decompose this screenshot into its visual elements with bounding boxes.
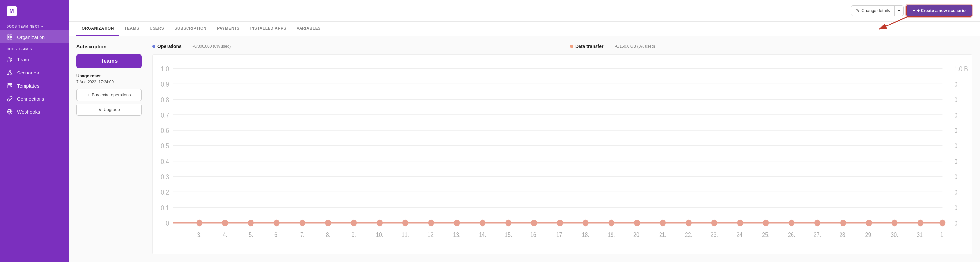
svg-text:0: 0 [954, 127, 958, 135]
svg-point-4 [8, 57, 10, 59]
tab-installed-apps[interactable]: INSTALLED APPS [245, 22, 291, 36]
svg-text:0.1: 0.1 [161, 204, 169, 212]
topbar: ✎ Change details ▾ + + Create a new scen… [68, 0, 980, 22]
dropdown-arrow-icon[interactable]: ▾ [895, 6, 903, 16]
svg-point-77 [840, 219, 846, 227]
organization-icon [6, 33, 13, 40]
chart-svg: 1.0 0.9 0.8 0.7 0.6 0.5 0.4 0.3 0.2 0.1 … [153, 57, 972, 254]
svg-text:0.8: 0.8 [161, 96, 169, 103]
connections-icon [6, 95, 13, 102]
sidebar-item-scenarios[interactable]: Scenarios [0, 66, 68, 79]
svg-text:10.: 10. [376, 231, 383, 238]
svg-text:14.: 14. [479, 231, 486, 238]
sidebar-item-organization[interactable]: Organization [0, 30, 68, 43]
create-new-scenario-button[interactable]: + + Create a new scenario [906, 5, 972, 17]
svg-point-57 [325, 219, 331, 227]
svg-point-72 [711, 219, 718, 227]
sidebar-section-docs-team[interactable]: DOCS TEAM ▼ [0, 43, 68, 53]
sidebar-item-label: Templates [17, 83, 39, 89]
svg-point-58 [351, 219, 357, 227]
svg-rect-12 [8, 85, 10, 88]
svg-point-73 [737, 219, 743, 227]
navigation-tabs: ORGANIZATION TEAMS USERS SUBSCRIPTION PA… [68, 22, 980, 36]
scenarios-icon [6, 69, 13, 76]
sidebar: M DOCS TEAM NEXT ▼ Organization DOCS TEA… [0, 0, 68, 262]
tab-organization[interactable]: ORGANIZATION [76, 22, 119, 36]
main-content: ✎ Change details ▾ + + Create a new scen… [68, 0, 980, 262]
svg-text:3.: 3. [197, 231, 202, 238]
svg-point-80 [917, 219, 923, 227]
svg-text:11.: 11. [402, 231, 409, 238]
svg-point-55 [274, 219, 280, 227]
metrics-row: Operations ~0/300,000 (0% used) Data tra… [152, 44, 972, 49]
subscription-title: Subscription [76, 44, 142, 49]
tab-subscription[interactable]: SUBSCRIPTION [169, 22, 212, 36]
sidebar-section-docs-team-next[interactable]: DOCS TEAM NEXT ▼ [0, 21, 68, 30]
create-scenario-label: + Create a new scenario [917, 8, 966, 13]
tab-users[interactable]: USERS [145, 22, 169, 36]
sidebar-item-connections[interactable]: Connections [0, 92, 68, 105]
sidebar-item-team[interactable]: Team [0, 53, 68, 66]
svg-point-53 [222, 219, 228, 227]
upgrade-button[interactable]: ∧ Upgrade [76, 103, 142, 116]
svg-point-78 [866, 219, 872, 227]
svg-point-54 [248, 219, 254, 227]
svg-text:17.: 17. [556, 231, 563, 238]
svg-text:26.: 26. [788, 231, 795, 238]
svg-rect-3 [8, 38, 9, 39]
upgrade-icon: ∧ [98, 107, 102, 112]
tab-variables[interactable]: VARIABLES [291, 22, 326, 36]
content-area: Subscription Teams Usage reset 7 Aug 202… [68, 36, 980, 262]
svg-rect-0 [8, 35, 9, 36]
svg-text:19.: 19. [608, 231, 615, 238]
svg-text:18.: 18. [582, 231, 589, 238]
tab-payments[interactable]: PAYMENTS [212, 22, 245, 36]
sidebar-item-templates[interactable]: Templates [0, 79, 68, 92]
svg-text:0: 0 [954, 157, 958, 165]
svg-point-63 [480, 219, 485, 227]
svg-point-59 [377, 219, 382, 227]
data-transfer-dot [570, 45, 573, 48]
svg-point-5 [10, 58, 12, 60]
svg-rect-13 [11, 85, 12, 87]
svg-text:15.: 15. [505, 231, 512, 238]
svg-point-76 [815, 219, 820, 227]
svg-point-70 [660, 219, 666, 227]
change-details-button[interactable]: ✎ Change details ▾ [851, 5, 904, 16]
tab-teams[interactable]: TEAMS [119, 22, 145, 36]
sidebar-item-label: Team [17, 57, 29, 62]
svg-point-60 [402, 219, 408, 227]
svg-text:0.6: 0.6 [161, 127, 169, 135]
sidebar-item-label: Webhooks [17, 109, 40, 115]
svg-point-56 [299, 219, 305, 227]
sidebar-item-label: Connections [17, 96, 44, 102]
sidebar-item-label: Organization [17, 34, 45, 40]
sidebar-item-label: Scenarios [17, 70, 39, 75]
change-details-label: Change details [861, 8, 890, 13]
svg-text:1.: 1. [940, 231, 945, 238]
change-details-main[interactable]: ✎ Change details [851, 6, 895, 16]
svg-point-64 [505, 219, 511, 227]
svg-text:0.3: 0.3 [161, 173, 169, 181]
svg-text:24.: 24. [736, 231, 743, 238]
svg-text:1.0 B: 1.0 B [954, 65, 968, 73]
chevron-down-icon: ▼ [41, 25, 44, 29]
data-transfer-label: Data transfer [570, 44, 603, 49]
svg-text:0.4: 0.4 [161, 157, 169, 165]
svg-text:0: 0 [954, 80, 958, 88]
svg-rect-11 [8, 83, 12, 84]
svg-text:16.: 16. [530, 231, 538, 238]
svg-point-81 [940, 219, 945, 227]
buy-extra-operations-button[interactable]: + Buy extra operations [76, 89, 142, 101]
sidebar-item-webhooks[interactable]: Webhooks [0, 105, 68, 118]
team-icon [6, 56, 13, 63]
svg-point-71 [686, 219, 692, 227]
subscription-panel: Subscription Teams Usage reset 7 Aug 202… [76, 44, 142, 254]
svg-point-52 [196, 219, 202, 227]
operations-dot [152, 45, 156, 48]
sidebar-logo-area: M [0, 0, 68, 21]
svg-text:6.: 6. [274, 231, 278, 238]
logo-icon: M [6, 6, 17, 16]
svg-text:20.: 20. [633, 231, 641, 238]
svg-text:7.: 7. [300, 231, 304, 238]
